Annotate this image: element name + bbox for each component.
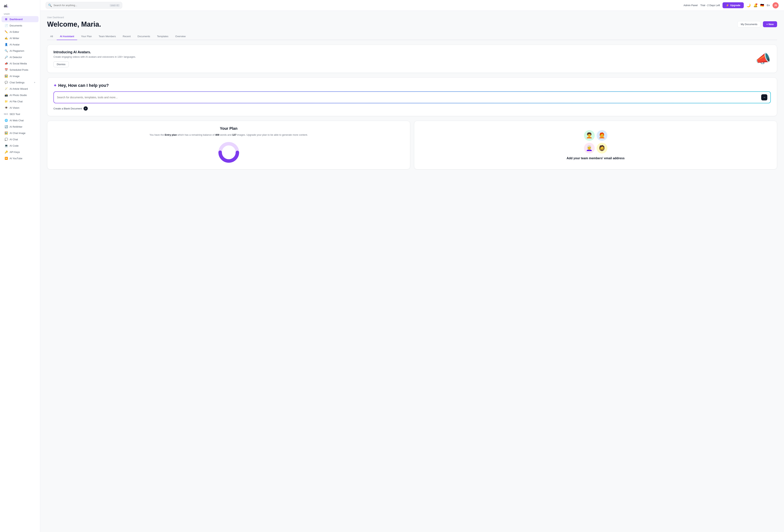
tab-overview[interactable]: Overview <box>172 33 189 40</box>
donut-chart <box>217 141 240 164</box>
sidebar-item-documents[interactable]: 📄Documents <box>2 22 38 29</box>
notification-dot <box>756 3 757 5</box>
trial-badge[interactable]: Trial - 2 Days Left <box>700 4 720 7</box>
team-card: 🧑‍🦱 🧑‍🦰 👩‍🦳 🧔 Add your team members' ema… <box>414 121 777 169</box>
sidebar-item-label-ai-file-chat: AI File Chat <box>9 100 23 103</box>
sidebar-item-label-ai-chat: AI Chat <box>9 138 18 141</box>
tab-your-plan[interactable]: Your Plan <box>78 33 95 40</box>
sidebar-item-scheduled-posts[interactable]: 📅Scheduled Posts <box>2 67 38 73</box>
logo: ai. <box>0 0 40 11</box>
ai-writer-icon: ✍️ <box>5 37 8 40</box>
tab-templates[interactable]: Templates <box>154 33 171 40</box>
banner-description: Create engaging videos with AI avatars a… <box>53 55 136 58</box>
language-text[interactable]: En <box>767 4 770 7</box>
notifications-button[interactable]: 🔔 <box>753 3 758 7</box>
sidebar-item-ai-article-wizard[interactable]: 🪄AI Article Wizard <box>2 86 38 92</box>
sidebar-item-ai-plagiarism[interactable]: 🔍AI Plagiarism <box>2 48 38 54</box>
sidebar-item-label-ai-chat-image: AI Chat Image <box>9 132 26 135</box>
dashboard-icon: ⊞ <box>5 18 8 21</box>
sidebar-item-dashboard[interactable]: ⊞Dashboard <box>2 16 38 22</box>
page-title: Welcome, Maria. <box>47 20 101 28</box>
sidebar-item-ai-youtube[interactable]: ▶️AI YouTube <box>2 155 38 161</box>
my-documents-button[interactable]: My Documents <box>737 21 761 27</box>
ai-code-icon: 💻 <box>5 144 8 147</box>
sidebar-item-ai-rewriter[interactable]: 🔄AI ReWriter <box>2 123 38 130</box>
tab-documents[interactable]: Documents <box>135 33 153 40</box>
ai-editor-icon: ✏️ <box>5 30 8 33</box>
sidebar-item-ai-file-chat[interactable]: 📁AI File Chat <box>2 98 38 105</box>
team-avatar-4: 🧔 <box>597 143 607 153</box>
team-avatar-2: 🧑‍🦰 <box>597 130 607 141</box>
sidebar-item-ai-web-chat[interactable]: 🌐AI Web Chat <box>2 117 38 123</box>
sidebar-item-ai-editor[interactable]: ✏️AI Editor <box>2 29 38 35</box>
sidebar-item-ai-chat-image[interactable]: 🖼️AI Chat Image <box>2 130 38 136</box>
sidebar-item-ai-image[interactable]: 🖼️AI Image <box>2 73 38 79</box>
page-content: User Dashboard Welcome, Maria. My Docume… <box>40 11 784 532</box>
logo-dot: . <box>7 3 8 8</box>
global-search-bar[interactable]: 🔍 cmd + E <box>46 2 122 9</box>
breadcrumb: User Dashboard <box>47 16 101 19</box>
plan-description: You have the Entry plan which has a rema… <box>53 133 404 137</box>
cards-row: Your Plan You have the Entry plan which … <box>47 121 777 169</box>
sidebar-item-seo-tool[interactable]: SEOSEO Tool <box>2 111 38 117</box>
banner-title: Introducing AI Avatars. <box>53 50 136 54</box>
sidebar-item-label-ai-writer: AI Writer <box>9 37 19 40</box>
sidebar-item-ai-photo-studio[interactable]: 📸AI Photo Studio <box>2 92 38 98</box>
sidebar-item-label-ai-web-chat: AI Web Chat <box>9 119 24 122</box>
sidebar-item-ai-writer[interactable]: ✍️AI Writer <box>2 35 38 41</box>
sidebar-item-label-ai-detector: AI Detector <box>9 56 22 59</box>
create-blank-document[interactable]: Create a Blank Document + <box>53 106 771 111</box>
dark-mode-button[interactable]: 🌙 <box>747 3 751 7</box>
language-flag: 🇩🇪 <box>760 3 764 7</box>
sparkle-icon: ✦ <box>53 83 57 88</box>
tab-ai-assistant[interactable]: AI Assistant <box>57 33 77 40</box>
sidebar: ai. USER ⊞Dashboard📄Documents✏️AI Editor… <box>0 0 40 532</box>
ai-photo-studio-icon: 📸 <box>5 93 8 96</box>
ai-chat-icon: 💭 <box>5 138 8 141</box>
tab-recent[interactable]: Recent <box>120 33 134 40</box>
ai-help-title: ✦ Hey, How can I help you? <box>53 83 771 88</box>
sidebar-item-label-ai-photo-studio: AI Photo Studio <box>9 94 27 96</box>
ai-help-card: ✦ Hey, How can I help you? → Create a Bl… <box>47 78 777 116</box>
sidebar-item-ai-chat[interactable]: 💭AI Chat <box>2 136 38 142</box>
dismiss-button[interactable]: Dismiss <box>53 61 69 67</box>
sidebar-item-ai-vision[interactable]: 👁️AI Vision <box>2 105 38 111</box>
upgrade-button[interactable]: ⚡ Upgrade <box>723 2 744 8</box>
sidebar-item-label-ai-social-media: AI Social Media <box>9 62 27 65</box>
sidebar-item-ai-avatar[interactable]: 👤AI Avatar <box>2 41 38 48</box>
plus-icon: + <box>84 106 88 111</box>
main-area: 🔍 cmd + E Admin Panel Trial - 2 Days Lef… <box>40 0 784 532</box>
ai-search-input[interactable] <box>57 96 761 99</box>
words-count: 409 <box>215 133 219 136</box>
sidebar-item-chat-settings[interactable]: 💬Chat Settings+ <box>2 79 38 85</box>
admin-panel-link[interactable]: Admin Panel <box>683 4 698 7</box>
avatars-grid: 🧑‍🦱 🧑‍🦰 👩‍🦳 🧔 <box>584 130 607 153</box>
sidebar-plus-icon-chat-settings: + <box>34 81 35 84</box>
ai-search-arrow[interactable]: → <box>761 94 767 101</box>
ai-chat-image-icon: 🖼️ <box>5 132 8 135</box>
scheduled-posts-icon: 📅 <box>5 68 8 71</box>
search-input[interactable] <box>53 4 108 7</box>
sidebar-item-label-ai-rewriter: AI ReWriter <box>9 125 22 128</box>
sidebar-item-ai-detector[interactable]: 🔎AI Detector <box>2 54 38 60</box>
tab-team-members[interactable]: Team Members <box>95 33 119 40</box>
new-button[interactable]: + New <box>763 21 777 27</box>
user-avatar[interactable]: JS <box>773 2 779 8</box>
donut-chart-wrapper <box>53 141 404 164</box>
page-header: User Dashboard Welcome, Maria. My Docume… <box>47 16 777 32</box>
sidebar-item-ai-code[interactable]: 💻AI Code <box>2 143 38 149</box>
ai-youtube-icon: ▶️ <box>5 157 8 160</box>
seo-tool-icon: SEO <box>5 112 8 116</box>
sidebar-item-ai-social-media[interactable]: 📣AI Social Media <box>2 60 38 66</box>
topnav: 🔍 cmd + E Admin Panel Trial - 2 Days Lef… <box>40 0 784 11</box>
ai-vision-icon: 👁️ <box>5 106 8 109</box>
tab-all[interactable]: All <box>47 33 56 40</box>
ai-avatar-icon: 👤 <box>5 43 8 46</box>
logo-text: ai. <box>4 3 8 8</box>
ai-article-wizard-icon: 🪄 <box>5 87 8 90</box>
documents-icon: 📄 <box>5 24 8 27</box>
sidebar-item-label-ai-youtube: AI YouTube <box>9 157 22 160</box>
ai-search-bar[interactable]: → <box>53 91 771 103</box>
ai-social-media-icon: 📣 <box>5 62 8 65</box>
sidebar-item-api-keys[interactable]: 🔑API Keys <box>2 149 38 155</box>
